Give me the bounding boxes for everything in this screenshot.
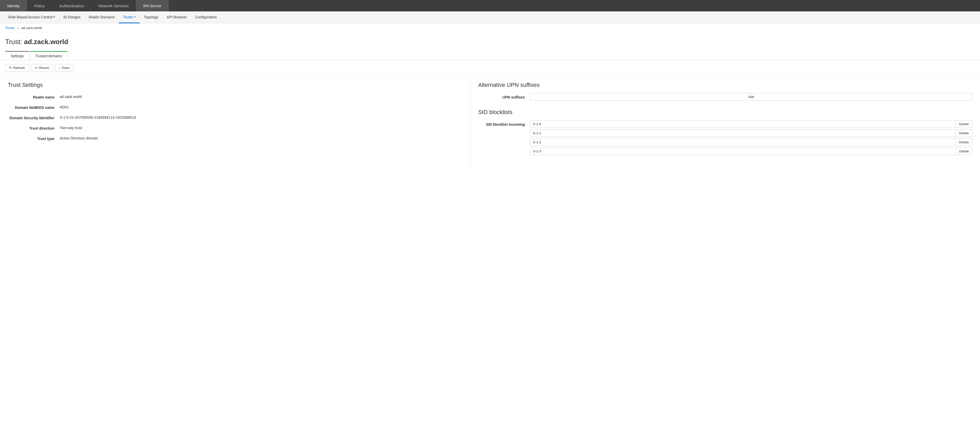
sid-input-3[interactable] xyxy=(530,148,956,155)
realm-name-label: Realm name xyxy=(8,95,60,99)
page-title-prefix: Trust: xyxy=(5,38,24,46)
upn-suffixes-controls: Add xyxy=(530,93,972,100)
save-label: Save xyxy=(62,66,70,70)
sid-blocklist-incoming-label: SID blocklist incoming xyxy=(478,120,530,127)
trust-type-value: Active Directory domain xyxy=(60,136,462,140)
nav-identity[interactable]: Identity xyxy=(0,0,27,11)
nav-ipa-server[interactable]: IPA Server xyxy=(136,0,169,11)
subnav-topology[interactable]: Topology xyxy=(140,11,162,23)
subnav-rbac[interactable]: Role-Based Access Control ▾ xyxy=(4,11,59,23)
field-trust-type: Trust type Active Directory domain xyxy=(8,136,462,141)
upn-suffixes-row: UPN suffixes Add xyxy=(478,93,972,100)
refresh-label: Refresh xyxy=(13,66,25,70)
delete-sid-0[interactable]: Delete xyxy=(956,120,972,128)
upn-suffixes-title: Alternative UPN suffixes xyxy=(478,82,972,88)
field-realm-name: Realm name ad.zack.world xyxy=(8,95,462,99)
sid-blocklists-title: SID blocklists xyxy=(478,109,972,116)
breadcrumb-current: ad.zack.world xyxy=(21,26,42,30)
save-icon: ↓ xyxy=(59,66,61,70)
save-button[interactable]: ↓ Save xyxy=(55,64,73,72)
subnav-configuration[interactable]: Configuration xyxy=(191,11,221,23)
nav-policy[interactable]: Policy xyxy=(27,0,52,11)
breadcrumb-separator: » xyxy=(17,26,19,30)
sid-input-1[interactable] xyxy=(530,129,956,137)
tab-trusted-domains[interactable]: Trusted domains xyxy=(30,51,68,60)
upn-suffixes-label: UPN suffixes xyxy=(478,93,530,99)
trust-settings-title: Trust Settings xyxy=(8,82,462,88)
add-upn-button[interactable]: Add xyxy=(530,93,972,100)
subnav-trusts[interactable]: Trusts ▾ xyxy=(119,11,140,23)
page-title-area: Trust: ad.zack.world xyxy=(0,33,980,48)
sid-entry-2: Delete xyxy=(530,138,972,146)
sid-input-2[interactable] xyxy=(530,138,956,146)
actions-bar: ↻ Refresh ↩ Revert ↓ Save xyxy=(0,60,980,75)
field-domain-netbios: Domain NetBIOS name AD01 xyxy=(8,105,462,110)
trusts-dropdown-arrow: ▾ xyxy=(134,15,136,19)
sid-entry-1: Delete xyxy=(530,129,972,137)
breadcrumb-parent-link[interactable]: Trusts xyxy=(5,26,14,30)
main-content: Trust Settings Realm name ad.zack.world … xyxy=(0,75,980,170)
trust-settings-panel: Trust Settings Realm name ad.zack.world … xyxy=(0,75,471,170)
nav-authentication[interactable]: Authentication xyxy=(52,0,91,11)
subnav-api-browser[interactable]: API Browser xyxy=(162,11,191,23)
revert-button[interactable]: ↩ Revert xyxy=(31,64,53,72)
right-panel: Alternative UPN suffixes UPN suffixes Ad… xyxy=(471,75,980,170)
sid-blocklists-section: SID blocklists SID blocklist incoming De… xyxy=(478,109,972,155)
delete-sid-1[interactable]: Delete xyxy=(956,129,972,137)
upn-suffixes-section: Alternative UPN suffixes UPN suffixes Ad… xyxy=(478,82,972,100)
nav-network-services[interactable]: Network Services xyxy=(91,0,136,11)
subnav-realm-domains[interactable]: Realm Domains xyxy=(85,11,119,23)
page-title-name: ad.zack.world xyxy=(24,38,68,46)
domain-netbios-label: Domain NetBIOS name xyxy=(8,105,60,110)
realm-name-value: ad.zack.world xyxy=(60,95,462,99)
delete-sid-3[interactable]: Delete xyxy=(956,148,972,155)
sub-navigation: Role-Based Access Control ▾ ID Ranges Re… xyxy=(0,11,980,23)
domain-security-label: Domain Security Identifier xyxy=(8,115,60,120)
subnav-id-ranges[interactable]: ID Ranges xyxy=(59,11,84,23)
sid-entry-3: Delete xyxy=(530,148,972,155)
page-title: Trust: ad.zack.world xyxy=(5,38,975,46)
sid-entry-0: Delete xyxy=(530,120,972,128)
revert-label: Revert xyxy=(39,66,49,70)
delete-sid-2[interactable]: Delete xyxy=(956,138,972,146)
trust-type-label: Trust type xyxy=(8,136,60,141)
refresh-button[interactable]: ↻ Refresh xyxy=(5,64,29,72)
rbac-dropdown-arrow: ▾ xyxy=(53,15,55,19)
refresh-icon: ↻ xyxy=(9,66,12,70)
domain-security-value: S-1-5-21-437095060-2184994114-1925598514 xyxy=(60,115,462,119)
revert-icon: ↩ xyxy=(35,66,38,70)
field-domain-security-id: Domain Security Identifier S-1-5-21-4370… xyxy=(8,115,462,120)
breadcrumb: Trusts » ad.zack.world xyxy=(0,23,980,33)
top-navigation: Identity Policy Authentication Network S… xyxy=(0,0,980,11)
sid-blocklist-incoming-row: SID blocklist incoming Delete Delete Del… xyxy=(478,120,972,155)
trust-direction-label: Trust direction xyxy=(8,126,60,130)
field-trust-direction: Trust direction Two-way trust xyxy=(8,126,462,130)
domain-netbios-value: AD01 xyxy=(60,105,462,109)
sid-blocklist-controls: Delete Delete Delete Delete xyxy=(530,120,972,155)
sid-input-0[interactable] xyxy=(530,120,956,128)
tab-settings[interactable]: Settings xyxy=(5,51,29,60)
trust-direction-value: Two-way trust xyxy=(60,126,462,130)
tabs-container: Settings Trusted domains xyxy=(0,48,980,60)
